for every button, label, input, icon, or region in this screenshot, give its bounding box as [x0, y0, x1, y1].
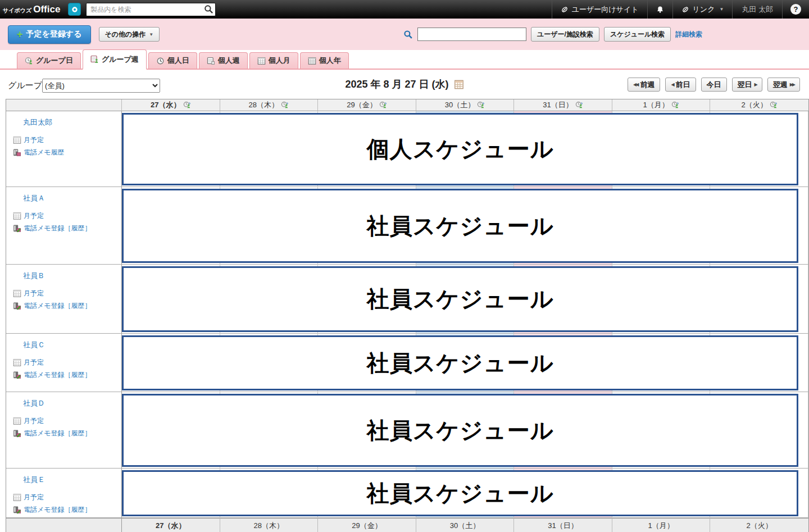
group-day-icon[interactable]	[770, 101, 778, 109]
global-search	[86, 3, 216, 16]
tab-personal-month[interactable]: 個人月	[249, 52, 298, 69]
month-schedule-link[interactable]: 月予定	[13, 493, 121, 502]
next-day-button[interactable]: 翌日▶	[732, 78, 762, 92]
group-day-icon[interactable]	[379, 101, 387, 109]
month-schedule-link[interactable]: 月予定	[13, 211, 121, 221]
cybozu-office-page: サイボウズ Office ユーザー向けサイト リンク ▼	[0, 0, 809, 532]
schedule-placeholder-box: 社員スケジュール	[122, 470, 798, 516]
nav-label: 今日	[707, 80, 721, 90]
nav-label: 前週	[640, 80, 655, 90]
year-calendar-icon	[308, 57, 316, 65]
advanced-search-link[interactable]: 詳細検索	[675, 30, 702, 39]
member-name-link[interactable]: 社員Ｅ	[23, 475, 121, 485]
logo-main: Office	[33, 4, 60, 15]
member-row: 社員Ｃ月予定電話メモ登録［履歴］社員スケジュール	[6, 334, 808, 392]
user-site-label: ユーザー向けサイト	[572, 4, 639, 15]
next-week-button[interactable]: 翌週▶▶	[767, 78, 800, 92]
member-name-link[interactable]: 社員Ｂ	[23, 271, 121, 281]
month-calendar-icon	[13, 289, 21, 298]
group-week-table: 27（水）28（木）29（金）30（土）31（日）1（月）2（火） 丸田太郎月予…	[6, 99, 809, 532]
member-name-link[interactable]: 社員Ａ	[23, 193, 121, 203]
schedule-search-label: スケジュール検索	[610, 30, 665, 39]
phone-register-icon	[13, 302, 21, 310]
user-site-link[interactable]: ユーザー向けサイト	[552, 0, 647, 19]
group-day-icon[interactable]	[575, 101, 583, 109]
help-button[interactable]: ?	[782, 0, 809, 19]
day-label: 2（火）	[742, 100, 767, 110]
day-label: 31（日）	[548, 521, 578, 531]
more-actions-label: その他の操作	[105, 30, 146, 39]
tab-label: 個人月	[269, 56, 290, 66]
group-day-icon[interactable]	[183, 101, 191, 109]
day-header-cell: 28（木）	[220, 99, 319, 111]
prev-day-button[interactable]: ◀前日	[665, 78, 696, 92]
month-schedule-link[interactable]: 月予定	[13, 135, 121, 145]
group-day-icon[interactable]	[477, 101, 485, 109]
datepicker-icon[interactable]	[455, 80, 464, 89]
notification-button[interactable]	[647, 0, 672, 19]
month-schedule-label: 月予定	[24, 135, 44, 145]
phone-memo-link[interactable]: 電話メモ登録［履歴］	[13, 224, 121, 233]
phone-memo-link[interactable]: 電話メモ登録［履歴］	[13, 370, 121, 380]
global-search-input[interactable]	[86, 3, 216, 16]
group-day-icon[interactable]	[281, 101, 289, 109]
toolbar-search-area: ユーザー/施設検索 スケジュール検索 詳細検索	[403, 27, 702, 42]
group-select[interactable]: (全員)	[42, 79, 160, 93]
tab-group-day[interactable]: グループ日	[17, 52, 81, 69]
tab-group-week[interactable]: グループ週	[83, 49, 147, 70]
more-actions-button[interactable]: その他の操作 ▼	[99, 27, 160, 42]
member-name-link[interactable]: 丸田太郎	[23, 117, 121, 128]
schedule-placeholder-box: 社員スケジュール	[122, 394, 798, 467]
month-schedule-link[interactable]: 月予定	[13, 289, 121, 298]
user-facility-search-button[interactable]: ユーザー/施設検索	[531, 27, 599, 42]
toolbar-search-input[interactable]	[417, 28, 526, 41]
month-schedule-link[interactable]: 月予定	[13, 416, 121, 426]
plus-icon: +	[17, 29, 23, 39]
member-rows: 丸田太郎月予定電話メモ履歴個人スケジュール社員Ａ月予定電話メモ登録［履歴］社員ス…	[6, 111, 808, 518]
member-name-link[interactable]: 社員Ｄ	[23, 398, 121, 408]
clock-person-icon	[25, 57, 33, 65]
office-app-icon[interactable]	[68, 3, 81, 16]
calendar-controls: グループ (全員) 2025 年 8 月 27 日 (水) ◀◀前週◀前日今日翌…	[0, 70, 809, 99]
app-logo[interactable]: サイボウズ Office	[3, 4, 60, 15]
member-name-link[interactable]: 社員Ｃ	[23, 340, 121, 350]
arrow-icon: ▶	[755, 82, 757, 87]
chevron-down-icon: ▼	[719, 7, 724, 12]
schedule-placeholder-label: 個人スケジュール	[367, 134, 554, 165]
prev-week-button[interactable]: ◀◀前週	[628, 78, 660, 92]
tab-personal-year[interactable]: 個人年	[300, 52, 349, 69]
phone-memo-link[interactable]: 電話メモ登録［履歴］	[13, 301, 121, 311]
day-label: 30（土）	[450, 521, 480, 531]
week-sheet-icon	[207, 57, 215, 65]
tab-personal-week[interactable]: 個人週	[199, 52, 248, 69]
schedule-search-button[interactable]: スケジュール検索	[604, 27, 671, 42]
day-label: 28（木）	[254, 521, 284, 531]
user-name[interactable]: 丸田 太郎	[732, 0, 782, 19]
member-week-area: 社員スケジュール	[122, 265, 808, 334]
add-event-label: 予定を登録する	[26, 29, 82, 39]
add-event-button[interactable]: + 予定を登録する	[8, 25, 91, 44]
group-selector: グループ (全員)	[8, 79, 160, 93]
tab-label: 個人週	[218, 56, 240, 66]
phone-memo-link[interactable]: 電話メモ履歴	[13, 148, 121, 157]
month-schedule-link[interactable]: 月予定	[13, 358, 121, 367]
today-button[interactable]: 今日	[701, 78, 727, 92]
phone-register-icon	[13, 429, 21, 438]
office-ring-icon	[71, 6, 79, 13]
links-menu[interactable]: リンク ▼	[672, 0, 733, 19]
user-facility-search-label: ユーザー/施設検索	[537, 30, 593, 39]
schedule-placeholder-label: 社員スケジュール	[367, 415, 554, 446]
month-calendar-icon	[13, 212, 21, 220]
group-day-icon[interactable]	[671, 101, 679, 109]
phone-memo-link[interactable]: 電話メモ登録［履歴］	[13, 505, 121, 515]
search-icon[interactable]	[204, 4, 213, 14]
date-nav-buttons: ◀◀前週◀前日今日翌日▶翌週▶▶	[628, 78, 800, 92]
day-label: 30（土）	[445, 100, 475, 110]
tab-personal-day[interactable]: 個人日	[148, 52, 197, 69]
day-label: 1（月）	[648, 521, 674, 531]
member-sidebar-cell: 丸田太郎月予定電話メモ履歴	[6, 111, 122, 187]
day-header-cell: 1（月）	[612, 99, 711, 111]
phone-memo-link[interactable]: 電話メモ登録［履歴］	[13, 429, 121, 438]
day-footer-cell: 2（火）	[710, 518, 808, 532]
day-header-cell: 29（金）	[318, 99, 416, 111]
